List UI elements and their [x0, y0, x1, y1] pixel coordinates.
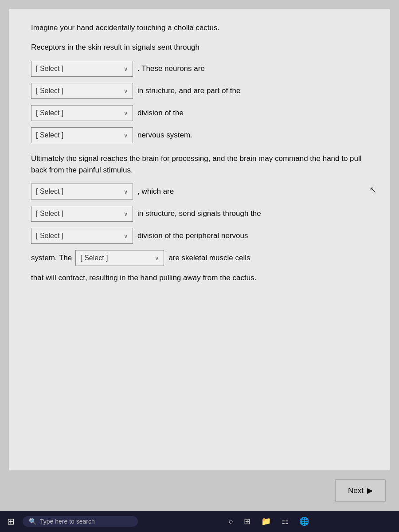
taskbar-circle-icon[interactable]: ○ [227, 515, 235, 528]
paragraph2-block: Ultimately the signal reaches the brain … [31, 153, 368, 176]
taskbar-apps-icon[interactable]: ⚏ [280, 515, 290, 528]
sentence-text-6: in structure, send signals through the [137, 208, 261, 219]
dropdown-4[interactable]: [ Select ] ∨ [31, 127, 133, 143]
dropdown-2-label: [ Select ] [36, 87, 121, 95]
sentence-text-5: , which are [137, 186, 174, 197]
inline-select-row: system. The [ Select ] ∨ are skeletal mu… [31, 250, 368, 266]
sentence-row-2: [ Select ] ∨ in structure, and are part … [31, 83, 368, 99]
search-icon: 🔍 [29, 518, 36, 525]
paragraph2-text: Ultimately the signal reaches the brain … [31, 153, 368, 176]
taskbar-edge-icon[interactable]: 🌐 [297, 515, 311, 528]
dropdown-2[interactable]: [ Select ] ∨ [31, 83, 133, 99]
sentence-row-6: [ Select ] ∨ in structure, send signals … [31, 206, 368, 222]
taskbar-search-placeholder: Type here to search [40, 518, 95, 525]
sentence-row-1: [ Select ] ∨ . These neurons are [31, 61, 368, 77]
inline-prefix: system. The [31, 253, 72, 263]
footer-area: Next ▶ [0, 470, 399, 511]
chevron-down-icon-3: ∨ [124, 110, 128, 117]
sentence-row-3: [ Select ] ∨ division of the [31, 105, 368, 121]
dropdown-7[interactable]: [ Select ] ∨ [31, 228, 133, 244]
dropdown-5-label: [ Select ] [36, 188, 121, 196]
taskbar: ⊞ 🔍 Type here to search ○ ⊞ 📁 ⚏ 🌐 [0, 511, 399, 532]
main-content-area: Imagine your hand accidentally touching … [9, 9, 390, 470]
dropdown-6-label: [ Select ] [36, 210, 121, 218]
sentence-text-4: nervous system. [137, 130, 192, 141]
chevron-down-icon-6: ∨ [124, 211, 128, 217]
next-button-label: Next [348, 486, 364, 495]
final-text: that will contract, resulting in the han… [31, 272, 368, 284]
chevron-down-icon-8: ∨ [155, 255, 159, 262]
dropdown-7-label: [ Select ] [36, 232, 121, 240]
chevron-down-icon-1: ∨ [124, 66, 128, 72]
taskbar-search-bar[interactable]: 🔍 Type here to search [23, 516, 138, 527]
next-button[interactable]: Next ▶ [335, 479, 386, 502]
sentence-text-7: division of the peripheral nervous [137, 231, 248, 241]
dropdown-4-label: [ Select ] [36, 131, 121, 139]
chevron-down-icon-5: ∨ [124, 188, 128, 195]
cursor-icon: ↖ [369, 184, 377, 195]
chevron-down-icon-4: ∨ [124, 132, 128, 139]
next-arrow-icon: ▶ [367, 486, 373, 495]
start-button[interactable]: ⊞ [4, 514, 18, 528]
dropdown-8-label: [ Select ] [80, 254, 152, 262]
dropdown-8[interactable]: [ Select ] ∨ [75, 250, 164, 266]
sentence-row-4: [ Select ] ∨ nervous system. [31, 127, 368, 143]
sentence-text-2: in structure, and are part of the [137, 86, 240, 96]
intro-text: Imagine your hand accidentally touching … [31, 22, 368, 34]
sentence-text-1: . These neurons are [137, 63, 205, 74]
section1-prefix: Receptors in the skin result in signals … [31, 42, 368, 53]
dropdown-3-label: [ Select ] [36, 109, 121, 117]
dropdown-5[interactable]: [ Select ] ∨ [31, 184, 133, 200]
sentence-text-inline: are skeletal muscle cells [168, 253, 250, 263]
dropdown-3[interactable]: [ Select ] ∨ [31, 105, 133, 121]
dropdown-6[interactable]: [ Select ] ∨ [31, 206, 133, 222]
chevron-down-icon-2: ∨ [124, 88, 128, 94]
dropdown-1-label: [ Select ] [36, 65, 121, 73]
sentence-row-5: [ Select ] ∨ , which are ↖ [31, 184, 368, 200]
dropdown-1[interactable]: [ Select ] ∨ [31, 61, 133, 77]
taskbar-widgets-icon[interactable]: ⊞ [242, 515, 252, 528]
taskbar-folder-icon[interactable]: 📁 [259, 515, 273, 528]
sentence-row-7: [ Select ] ∨ division of the peripheral … [31, 228, 368, 244]
sentence-text-3: division of the [137, 108, 184, 118]
taskbar-center-icons: ○ ⊞ 📁 ⚏ 🌐 [142, 515, 395, 528]
chevron-down-icon-7: ∨ [124, 233, 128, 239]
